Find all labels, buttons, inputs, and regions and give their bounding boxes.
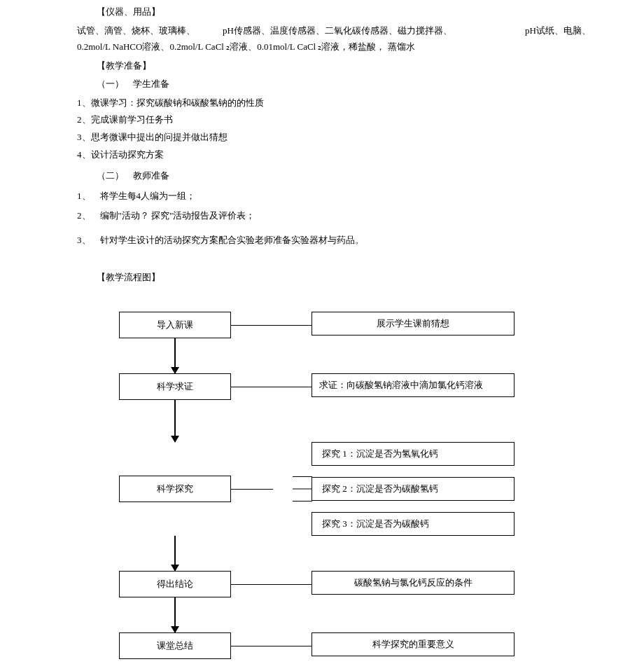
connector-h xyxy=(231,489,273,490)
flow-node-explore-3: 探究 3：沉淀是否为碳酸钙 xyxy=(312,512,514,536)
flow-node-verify-detail: 求证：向碳酸氢钠溶液中滴加氯化钙溶液 xyxy=(312,373,514,397)
arrow-down xyxy=(119,597,231,632)
heading-preparation: 【教学准备】 xyxy=(77,60,602,72)
flow-node-explore: 科学探究 xyxy=(119,476,231,502)
prep-sub-student: （一） 学生准备 xyxy=(77,78,602,90)
document-body: 【仪器、用品】 试管、滴管、烧杯、玻璃棒、 pH传感器、温度传感器、二氧化碳传感… xyxy=(0,0,644,659)
flow-node-summary: 课堂总结 xyxy=(119,632,231,659)
flow-row-4: 得出结论 碳酸氢钠与氯化钙反应的条件 xyxy=(119,571,602,597)
arrow-down xyxy=(119,536,231,571)
flowchart: 导入新课 展示学生课前猜想 科学求证 求证：向碳酸氢钠溶液中滴加氯化钙溶液 科学… xyxy=(77,305,602,659)
flow-node-summary-detail: 科学探究的重要意义 xyxy=(312,632,514,656)
connector-h xyxy=(231,387,312,387)
flow-node-explore-1: 探究 1：沉淀是否为氢氧化钙 xyxy=(312,442,514,466)
prep2-item: 3、 针对学生设计的活动探究方案配合实验老师准备实验器材与药品。 xyxy=(77,230,602,251)
prep1-item: 4、设计活动探究方案 xyxy=(77,146,602,164)
flow-node-verify: 科学求证 xyxy=(119,373,231,400)
heading-instruments: 【仪器、用品】 xyxy=(77,6,602,18)
prep1-item: 3、思考微课中提出的问提并做出猜想 xyxy=(77,129,602,146)
prep1-item: 1、微课学习：探究碳酸钠和碳酸氢钠的的性质 xyxy=(77,95,602,112)
prep2-item: 1、 将学生每4人编为一组； xyxy=(77,186,602,207)
flow-node-intro: 导入新课 xyxy=(119,312,231,338)
flow-node-explore-2: 探究 2：沉淀是否为碳酸氢钙 xyxy=(312,477,514,501)
flow-row-5: 课堂总结 科学探究的重要意义 xyxy=(119,632,602,659)
prep1-item: 2、完成课前学习任务书 xyxy=(77,111,602,129)
heading-flow: 【教学流程图】 xyxy=(77,271,602,284)
explore-options: 探究 1：沉淀是否为氢氧化钙 探究 2：沉淀是否为碳酸氢钙 探究 3：沉淀是否为… xyxy=(312,442,514,536)
prep2-item: 2、 编制"活动？ 探究"活动报告及评价表； xyxy=(77,206,602,226)
connector-h xyxy=(231,325,312,326)
flow-row-3: 科学探究 探究 1：沉淀是否为氢氧化钙 探究 2：沉淀是否为碳酸氢钙 探究 3：… xyxy=(119,442,602,536)
connector-h xyxy=(231,646,312,646)
arrow-down xyxy=(119,338,231,373)
flow-node-intro-detail: 展示学生课前猜想 xyxy=(312,312,514,336)
instruments-text: 试管、滴管、烧杯、玻璃棒、 pH传感器、温度传感器、二氧化碳传感器、磁力搅拌器、… xyxy=(77,22,602,55)
prep-sub-teacher: （二） 教师准备 xyxy=(77,170,602,182)
connector-h xyxy=(231,584,312,585)
flow-row-1: 导入新课 展示学生课前猜想 xyxy=(119,312,602,338)
flow-node-conclusion-detail: 碳酸氢钠与氯化钙反应的条件 xyxy=(312,571,514,595)
flow-row-2: 科学求证 求证：向碳酸氢钠溶液中滴加氯化钙溶液 xyxy=(119,373,602,400)
flow-node-conclusion: 得出结论 xyxy=(119,571,231,597)
arrow-down xyxy=(119,400,231,442)
